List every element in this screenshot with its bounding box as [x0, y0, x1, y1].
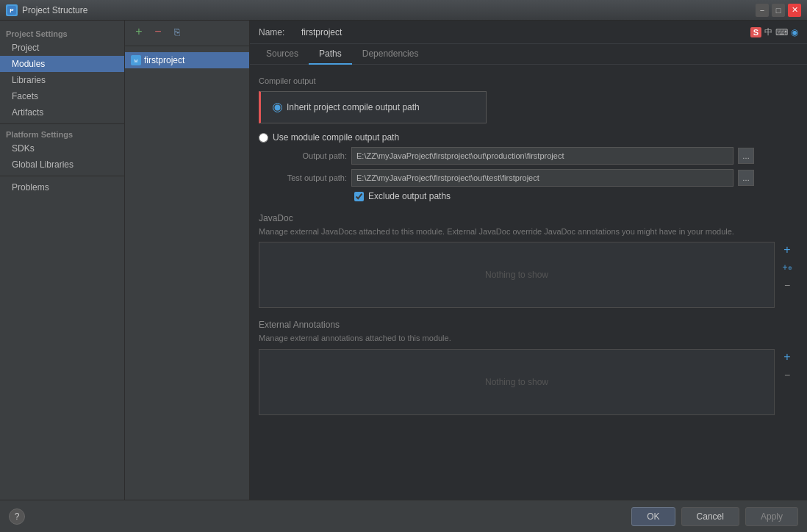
maximize-button[interactable]: □ — [772, 4, 785, 17]
svg-text:M: M — [134, 59, 138, 63]
output-path-label: Output path: — [259, 151, 347, 160]
bottom-left: ? — [9, 508, 625, 525]
right-panel: Name: firstproject S 中 ⌨ ◉ Sources Paths — [250, 21, 807, 500]
remove-module-button[interactable]: − — [150, 24, 166, 40]
annotations-add-button[interactable]: + — [779, 349, 795, 365]
sidebar-item-problems[interactable]: Problems — [0, 179, 124, 195]
external-annotations-list: Nothing to show — [259, 349, 775, 415]
module-name-row: Name: firstproject S 中 ⌨ ◉ — [250, 21, 807, 44]
compiler-output-header: Compiler output — [259, 76, 798, 85]
help-button[interactable]: ? — [9, 508, 25, 525]
javadoc-section: JavaDoc Manage external JavaDocs attache… — [259, 213, 798, 308]
project-settings-label: Project Settings — [0, 26, 124, 40]
module-option[interactable]: Use module compile output path — [259, 132, 798, 143]
javadoc-list-wrapper: Nothing to show + +⊕ − — [259, 242, 775, 308]
modules-list: M firstproject — [125, 49, 249, 71]
external-annotations-description: Manage external annotations attached to … — [259, 333, 798, 344]
javadoc-side-buttons: + +⊕ − — [779, 242, 795, 293]
module-radio[interactable] — [259, 133, 268, 143]
tab-paths[interactable]: Paths — [309, 44, 352, 65]
ime-zh-indicator[interactable]: 中 — [764, 26, 772, 37]
window-title: Project Structure — [22, 5, 756, 15]
add-module-button[interactable]: + — [131, 24, 147, 40]
javadoc-add-button[interactable]: + — [779, 242, 795, 258]
modules-panel: + − ⎘ M firstproject — [125, 21, 250, 500]
tabs-bar: Sources Paths Dependencies — [250, 44, 807, 65]
main-container: Project Settings Project Modules Librari… — [0, 21, 807, 532]
javadoc-remove-button[interactable]: − — [779, 277, 795, 293]
tab-sources[interactable]: Sources — [256, 44, 309, 65]
output-path-browse-button[interactable]: … — [738, 148, 754, 164]
external-annotations-nothing-to-show: Nothing to show — [485, 377, 548, 387]
exclude-output-paths-row: Exclude output paths — [354, 191, 798, 201]
external-annotations-list-wrapper: Nothing to show + − — [259, 349, 775, 415]
sidebar-item-modules[interactable]: Modules — [0, 56, 124, 72]
modules-toolbar: + − ⎘ — [125, 21, 249, 46]
test-output-path-label: Test output path: — [259, 173, 347, 182]
external-annotations-section: External Annotations Manage external ann… — [259, 320, 798, 414]
module-label: Use module compile output path — [273, 132, 399, 143]
output-path-input[interactable] — [351, 147, 734, 165]
app-icon: P — [6, 4, 18, 16]
tab-dependencies[interactable]: Dependencies — [352, 44, 429, 65]
sidebar-item-sdks[interactable]: SDKs — [0, 140, 124, 157]
window-controls: − □ ✕ — [756, 4, 801, 17]
sidebar: Project Settings Project Modules Librari… — [0, 21, 125, 500]
sidebar-item-global-libraries[interactable]: Global Libraries — [0, 157, 124, 173]
output-path-row: Output path: … — [259, 147, 798, 165]
external-annotations-side-buttons: + − — [779, 349, 795, 383]
name-label: Name: — [259, 27, 295, 37]
javadoc-nothing-to-show: Nothing to show — [485, 270, 548, 280]
javadoc-description: Manage external JavaDocs attached to thi… — [259, 226, 798, 237]
ime-s-indicator[interactable]: S — [750, 27, 761, 37]
content-area: Project Settings Project Modules Librari… — [0, 21, 807, 500]
compiler-output-box: Inherit project compile output path — [259, 91, 487, 123]
panel-content: Compiler output Inherit project compile … — [250, 65, 807, 500]
test-output-path-browse-button[interactable]: … — [738, 170, 754, 186]
copy-module-button[interactable]: ⎘ — [169, 24, 185, 40]
module-item-firstproject[interactable]: M firstproject — [125, 52, 249, 68]
inherit-label: Inherit project compile output path — [287, 102, 420, 112]
javadoc-list: Nothing to show — [259, 242, 775, 308]
title-bar: P Project Structure − □ ✕ — [0, 0, 807, 21]
sidebar-item-project[interactable]: Project — [0, 40, 124, 56]
annotations-remove-button[interactable]: − — [779, 367, 795, 383]
test-output-path-row: Test output path: … — [259, 169, 798, 187]
ime-circle-icon[interactable]: ◉ — [791, 27, 798, 37]
javadoc-title: JavaDoc — [259, 213, 798, 223]
exclude-output-paths-checkbox[interactable] — [354, 192, 364, 201]
sidebar-item-artifacts[interactable]: Artifacts — [0, 104, 124, 121]
external-annotations-title: External Annotations — [259, 320, 798, 330]
platform-settings-label: Platform Settings — [0, 127, 124, 140]
exclude-output-paths-label: Exclude output paths — [368, 191, 451, 201]
name-value: firstproject — [301, 27, 342, 37]
ok-button[interactable]: OK — [631, 507, 675, 526]
test-output-path-input[interactable] — [351, 169, 734, 187]
inherit-radio[interactable] — [273, 103, 282, 112]
inherit-option[interactable]: Inherit project compile output path — [273, 102, 474, 112]
cancel-button[interactable]: Cancel — [681, 507, 739, 526]
minimize-button[interactable]: − — [756, 4, 769, 17]
sidebar-item-libraries[interactable]: Libraries — [0, 72, 124, 88]
module-option-row: Use module compile output path — [259, 132, 798, 143]
close-button[interactable]: ✕ — [788, 4, 801, 17]
apply-button[interactable]: Apply — [745, 507, 798, 526]
module-icon: M — [131, 55, 141, 65]
ime-toolbar: S 中 ⌨ ◉ — [750, 26, 798, 37]
javadoc-add-url-button[interactable]: +⊕ — [779, 259, 795, 276]
svg-text:P: P — [10, 7, 14, 14]
ime-keyboard-icon[interactable]: ⌨ — [775, 27, 788, 37]
bottom-bar: ? OK Cancel Apply — [0, 500, 807, 532]
sidebar-item-facets[interactable]: Facets — [0, 88, 124, 104]
